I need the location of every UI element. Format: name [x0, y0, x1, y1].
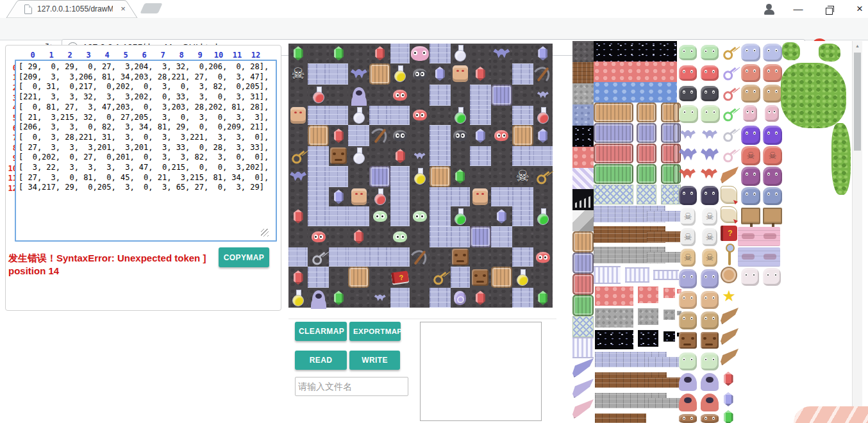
map-tile-golem[interactable]: [348, 187, 369, 207]
map-tile-big-bat[interactable]: [288, 166, 308, 187]
tileset-gstone-tile[interactable]: [664, 310, 675, 320]
tileset-bat-tile[interactable]: [702, 129, 717, 140]
map-tile-floor[interactable]: [451, 146, 470, 166]
map-tile-floor[interactable]: [369, 226, 390, 247]
tileset-mob-tile[interactable]: [679, 311, 697, 329]
map-tile-purple-gem[interactable]: [329, 187, 348, 207]
map-tile-brick-wall[interactable]: [491, 187, 512, 207]
map-tile-brick-wall[interactable]: [430, 125, 451, 146]
clearmap-button[interactable]: CLEARMAP: [295, 322, 347, 341]
map-tile-floor[interactable]: [410, 288, 429, 308]
tileset-ghost-tile[interactable]: [701, 373, 719, 391]
map-tile-small-bat[interactable]: [369, 288, 390, 308]
tileset-mob-tile[interactable]: [743, 105, 757, 122]
tileset-key-tile[interactable]: [720, 105, 739, 122]
map-tile-brick-wall[interactable]: [512, 187, 533, 207]
map-tile-brick-wall[interactable]: [308, 187, 329, 207]
map-tile-brick-wall[interactable]: [390, 106, 410, 126]
map-tile-purple-gem[interactable]: [533, 44, 553, 63]
tileset-key-tile[interactable]: [720, 44, 739, 60]
tileset-tree-tile[interactable]: [782, 42, 800, 60]
tileset-star-tile[interactable]: [594, 41, 677, 62]
map-tile-brick-wall[interactable]: [451, 267, 470, 288]
tileset-mob-tile[interactable]: [701, 291, 719, 309]
map-tile-floor[interactable]: [470, 166, 491, 187]
map-tile-purple-gem[interactable]: [491, 206, 512, 226]
tileset-mob-tile[interactable]: [701, 45, 719, 60]
map-tile-brick-wall[interactable]: [390, 206, 410, 226]
tileset-mob-tile[interactable]: [763, 44, 782, 62]
tileset-scroll-tile[interactable]: [721, 206, 737, 223]
map-tile-purple-gem[interactable]: [470, 125, 491, 146]
tileset-star-tile[interactable]: [572, 126, 594, 147]
map-tile-brick-wall[interactable]: [369, 106, 390, 126]
tileset-lattice-tile[interactable]: [594, 185, 633, 204]
map-tile-brick-wall[interactable]: [308, 106, 329, 126]
map-tile-brick-wall[interactable]: [308, 63, 329, 85]
map-tile-silver-key[interactable]: [308, 247, 329, 267]
map-tile-brick-wall[interactable]: [430, 187, 451, 207]
tileset-brick-tile[interactable]: [647, 252, 683, 263]
map-tile-brick-wall[interactable]: [512, 146, 533, 166]
tileset-ghost-tile[interactable]: [679, 394, 697, 411]
tileset-door-tile[interactable]: [572, 295, 594, 316]
map-tile-floor[interactable]: [288, 226, 308, 247]
map-tile-green-potion[interactable]: [451, 106, 470, 126]
tileset-mob-tile[interactable]: [763, 64, 782, 82]
map-tile-skeleton[interactable]: ☠: [288, 63, 308, 85]
map-tile-floor[interactable]: [329, 226, 348, 247]
map-tile-floor[interactable]: [410, 85, 429, 106]
tileset-pillars-tile[interactable]: [572, 337, 594, 358]
tileset-mob-tile[interactable]: [679, 86, 697, 101]
tileset-mob-tile[interactable]: [679, 291, 697, 309]
tileset-book-tile[interactable]: ?: [721, 226, 737, 241]
write-button[interactable]: WRITE: [349, 351, 400, 370]
map-tile-tan-door[interactable]: [369, 63, 390, 85]
tileset-redt-tile[interactable]: [638, 286, 658, 303]
tileset-gem-tile[interactable]: [722, 411, 734, 423]
tileset-key-tile[interactable]: [720, 126, 739, 142]
tileset-redt-tile[interactable]: [595, 286, 633, 306]
map-tile-empty-potion[interactable]: [348, 106, 369, 126]
tileset-pillars-tile[interactable]: [625, 267, 649, 283]
map-tile-brick-wall[interactable]: [470, 85, 491, 106]
tileset-redt-tile[interactable]: [594, 62, 677, 82]
map-tile-black-slime[interactable]: [410, 63, 429, 85]
filename-input[interactable]: [295, 377, 408, 396]
copymap-button[interactable]: COPYMAP: [219, 247, 269, 267]
tileset-gstone-tile[interactable]: [638, 308, 658, 325]
map-tile-floor[interactable]: [491, 166, 512, 187]
map-tile-tan-door[interactable]: [348, 267, 369, 288]
tileset-mob-tile[interactable]: [701, 86, 719, 101]
tileset-mob-tile[interactable]: [701, 311, 719, 329]
tab-close-icon[interactable]: ×: [118, 4, 128, 14]
map-tile-brick-wall[interactable]: [329, 63, 348, 85]
scrollbar-up-arrow-icon[interactable]: ▲: [853, 41, 862, 51]
map-tile-red-slime[interactable]: [410, 106, 429, 126]
tileset-bat-tile[interactable]: [701, 147, 719, 162]
map-tile-brick-wall[interactable]: [512, 63, 533, 85]
map-tile-blue-door[interactable]: [470, 226, 491, 247]
tileset-bat-tile[interactable]: [679, 168, 696, 179]
tileset-mob-tile[interactable]: [701, 269, 719, 288]
matrix-textarea[interactable]: [15, 60, 277, 242]
map-tile-green-gem[interactable]: [288, 44, 308, 63]
map-tile-floor[interactable]: [430, 247, 451, 267]
map-tile-brick-wall[interactable]: [390, 288, 410, 308]
tileset-sign-tile[interactable]: [741, 208, 760, 224]
map-tile-blue-door[interactable]: [369, 166, 390, 187]
map-canvas[interactable]: ☠☠?: [288, 44, 553, 308]
map-tile-totem-head[interactable]: [329, 146, 348, 166]
tileset-mob-tile[interactable]: [765, 105, 779, 122]
map-tile-brick-wall[interactable]: [308, 206, 329, 226]
map-tile-floor[interactable]: [470, 247, 491, 267]
map-tile-green-potion[interactable]: [451, 206, 470, 226]
map-tile-red-potion[interactable]: [533, 106, 553, 126]
map-tile-floor[interactable]: [329, 267, 348, 288]
tileset-key-tile[interactable]: [720, 146, 739, 163]
map-tile-spell-book[interactable]: ?: [390, 267, 410, 288]
tileset-bars-tile[interactable]: [572, 189, 594, 210]
map-tile-skeleton[interactable]: ☠: [512, 166, 533, 187]
map-tile-floor[interactable]: [348, 44, 369, 63]
tileset-mob-tile[interactable]: ☠: [702, 228, 717, 246]
